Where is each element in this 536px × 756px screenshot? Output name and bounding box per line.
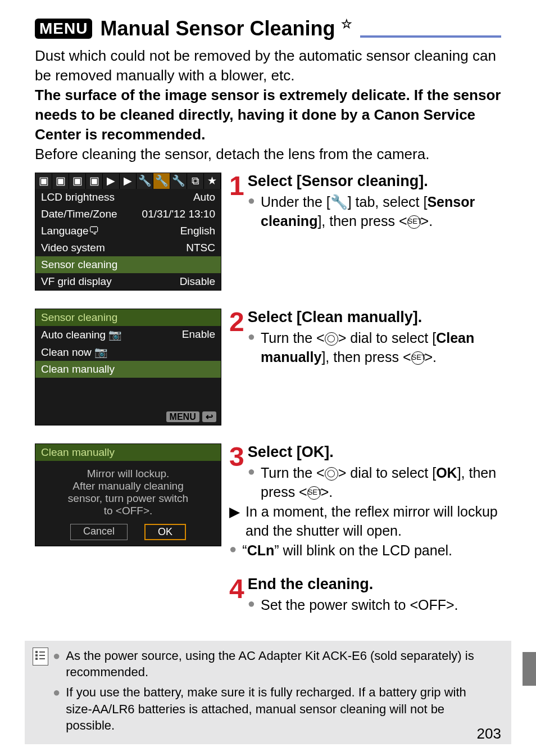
menu-row: VF grid displayDisable — [35, 273, 221, 290]
step-1-area: ▣ ▣ ▣ ▣ ▶ ▶ 🔧 🔧 🔧 ⧉ ★ LCD brightnessAuto… — [35, 173, 501, 301]
menu-label: Date/Time/Zone — [41, 208, 117, 220]
step-title: Select [OK]. — [229, 443, 501, 461]
step-text: Set the power switch to <OFF>. — [261, 595, 458, 615]
step-bullet: ▶ In a moment, the reflex mirror will lo… — [229, 502, 501, 541]
dialog-body: Mirror will lockup. After manually clean… — [35, 461, 221, 546]
menu-badge: MENU — [35, 19, 92, 39]
bullet-icon: ● — [248, 463, 255, 502]
dial-icon: ◯ — [325, 332, 338, 346]
menu-back-label: MENU — [166, 411, 199, 422]
menu-row: Date/Time/Zone01/31/'12 13:10 — [35, 206, 221, 223]
intro: Dust which could not be removed by the a… — [35, 46, 501, 165]
intro-p1: Dust which could not be removed by the a… — [35, 46, 501, 85]
dialog-line: to <OFF>. — [35, 505, 221, 517]
menu-label: Language — [41, 225, 89, 237]
step-text: “CLn” will blink on the LCD panel. — [242, 541, 452, 560]
step-text: Turn the <◯> dial to select [OK], then p… — [261, 463, 501, 502]
globe-icon: 🗨 — [89, 225, 99, 237]
step-bullet: ● Set the power switch to <OFF>. — [248, 595, 501, 615]
step-number: 2 — [229, 309, 244, 336]
step-body: ● Turn the <◯> dial to select [OK], then… — [229, 463, 501, 560]
menu-label: Clean now — [41, 346, 92, 358]
spacer — [35, 378, 221, 408]
menu-row: Clean now 📷 — [35, 343, 221, 361]
bullet-icon: ● — [53, 684, 60, 734]
set-button-icon: SET — [407, 215, 421, 229]
tab-shoot4-icon: ▣ — [86, 173, 103, 189]
tab-shoot1-icon: ▣ — [35, 173, 52, 189]
ok-button[interactable]: OK — [144, 524, 186, 540]
page-number: 203 — [477, 725, 501, 743]
page-title: Manual Sensor Cleaning ☆ — [100, 17, 352, 40]
back-arrow-icon: ↩ — [202, 411, 216, 422]
star-icon: ☆ — [341, 17, 352, 31]
dialog-line: Mirror will lockup. — [35, 468, 221, 480]
menu-value: Auto — [193, 191, 215, 203]
dialog-buttons: Cancel OK — [35, 524, 221, 540]
menu-value: Disable — [180, 275, 215, 288]
menu-row: Auto cleaning 📷Enable — [35, 326, 221, 343]
note-text: As the power source, using the AC Adapte… — [66, 648, 496, 681]
screenshot-sensor-cleaning: Sensor cleaning Auto cleaning 📷Enable Cl… — [35, 309, 221, 425]
step-text: Under the [🔧] tab, select [Sensor cleani… — [261, 192, 501, 231]
bullet-icon: ● — [248, 595, 255, 615]
heading-rule — [360, 23, 501, 38]
page: MENU Manual Sensor Cleaning ☆ Dust which… — [0, 0, 536, 756]
sensor-icon: 📷 — [106, 329, 122, 341]
bullet-icon: ● — [229, 541, 237, 560]
bullet-icon: ● — [248, 192, 255, 231]
menu-value: English — [180, 225, 215, 237]
step-number: 1 — [229, 173, 244, 200]
tab-setup2-icon: 🔧 — [153, 173, 170, 189]
note-item: ●If you use the battery, make sure it is… — [53, 684, 496, 734]
step-3-area: Clean manually Mirror will lockup. After… — [35, 443, 501, 631]
page-title-text: Manual Sensor Cleaning — [100, 17, 335, 40]
menu-row-selected: Sensor cleaning — [35, 256, 221, 273]
bullet-icon: ● — [53, 648, 60, 681]
note-text: If you use the battery, make sure it is … — [66, 684, 496, 734]
step-title: Select [Clean manually]. — [229, 309, 501, 326]
menu-value: NTSC — [186, 242, 215, 254]
dialog-line: sensor, turn power switch — [35, 492, 221, 505]
panel-title: Clean manually — [35, 444, 221, 461]
screenshot-setup-menu: ▣ ▣ ▣ ▣ ▶ ▶ 🔧 🔧 🔧 ⧉ ★ LCD brightnessAuto… — [35, 173, 221, 291]
triangle-icon: ▶ — [229, 502, 240, 541]
step-text: Turn the <◯> dial to select [Clean manua… — [261, 328, 501, 367]
cancel-button[interactable]: Cancel — [70, 524, 128, 540]
step-title: End the cleaning. — [229, 576, 501, 593]
menu-value: Enable — [182, 328, 215, 341]
step-3: 3 Select [OK]. ● Turn the <◯> dial to se… — [229, 443, 501, 560]
step-number: 4 — [229, 576, 244, 603]
screenshot-clean-manually: Clean manually Mirror will lockup. After… — [35, 443, 221, 546]
tab-shoot3-icon: ▣ — [69, 173, 86, 189]
step-bullet: ● Under the [🔧] tab, select [Sensor clea… — [248, 192, 501, 231]
note-icon — [33, 648, 48, 666]
step-4: 4 End the cleaning. ● Set the power swit… — [229, 576, 501, 615]
step-2-area: Sensor cleaning Auto cleaning 📷Enable Cl… — [35, 309, 501, 436]
chapter-tab — [523, 652, 536, 686]
step-title: Select [Sensor cleaning]. — [229, 173, 501, 190]
dial-icon: ◯ — [325, 467, 338, 481]
tab-shoot2-icon: ▣ — [52, 173, 69, 189]
menu-label: LCD brightness — [41, 191, 115, 203]
tab-cfn-icon: ⧉ — [187, 173, 204, 189]
note-box: ●As the power source, using the AC Adapt… — [25, 641, 511, 744]
heading-row: MENU Manual Sensor Cleaning ☆ — [35, 17, 501, 40]
step-bullet: ● “CLn” will blink on the LCD panel. — [229, 541, 501, 560]
menu-label: Clean manually — [41, 363, 115, 375]
dialog-line: After manually cleaning — [35, 480, 221, 492]
tab-setup1-icon: 🔧 — [137, 173, 153, 189]
tab-play2-icon: ▶ — [120, 173, 137, 189]
menu-value: 01/31/'12 13:10 — [142, 208, 215, 220]
menu-label: Video system — [41, 242, 105, 254]
menu-back: MENU ↩ — [35, 408, 221, 425]
menu-row: LCD brightnessAuto — [35, 189, 221, 206]
intro-p3: Before cleaning the sensor, detach the l… — [35, 144, 501, 164]
menu-row: Language🗨English — [35, 223, 221, 239]
menu-label: VF grid display — [41, 275, 112, 288]
set-button-icon: SET — [411, 351, 425, 365]
menu-row: Video systemNTSC — [35, 239, 221, 256]
menu-label: Auto cleaning — [41, 329, 106, 341]
step-bullet: ● Turn the <◯> dial to select [Clean man… — [248, 328, 501, 367]
tab-strip: ▣ ▣ ▣ ▣ ▶ ▶ 🔧 🔧 🔧 ⧉ ★ — [35, 173, 221, 189]
